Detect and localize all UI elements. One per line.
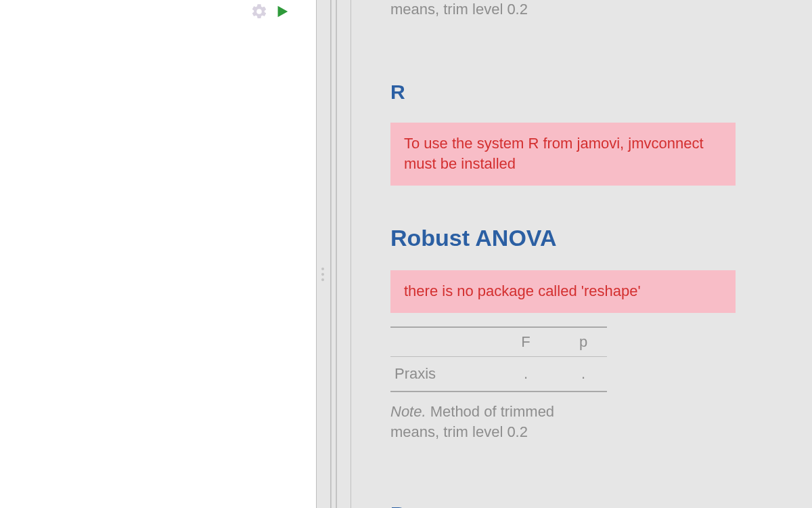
table-header-cell	[390, 333, 492, 351]
anova-table: F p Praxis . .	[390, 326, 607, 392]
gear-icon[interactable]	[250, 3, 268, 20]
results-pane: means, trim level 0.2 R To use the syste…	[351, 0, 812, 508]
table-note-fragment: means, trim level 0.2	[390, 0, 593, 20]
table-row: Praxis . .	[390, 357, 607, 392]
section-title-r: R	[390, 81, 785, 104]
splitter-bar[interactable]	[336, 0, 351, 508]
note-prefix: Note.	[390, 403, 426, 420]
pane-splitter[interactable]	[316, 0, 351, 508]
error-message: To use the system R from jamovi, jmvconn…	[390, 123, 736, 186]
splitter-bar[interactable]	[331, 0, 336, 508]
play-icon[interactable]	[275, 4, 290, 19]
table-header-cell: p	[560, 333, 607, 351]
table-cell: .	[492, 365, 560, 383]
drag-handle-icon[interactable]	[321, 268, 328, 281]
table-header-cell: F	[492, 333, 560, 351]
section-title-robust-anova: Robust ANOVA	[390, 225, 785, 251]
cell-toolbar	[250, 3, 290, 20]
table-header-row: F p	[390, 326, 607, 357]
error-message: there is no package called 'reshape'	[390, 270, 736, 313]
table-cell: Praxis	[390, 365, 492, 383]
editor-pane	[0, 0, 316, 508]
table-note: Note. Method of trimmed means, trim leve…	[390, 402, 593, 442]
section-title-r: R	[390, 503, 785, 508]
splitter-bar[interactable]	[316, 0, 331, 508]
table-cell: .	[560, 365, 607, 383]
